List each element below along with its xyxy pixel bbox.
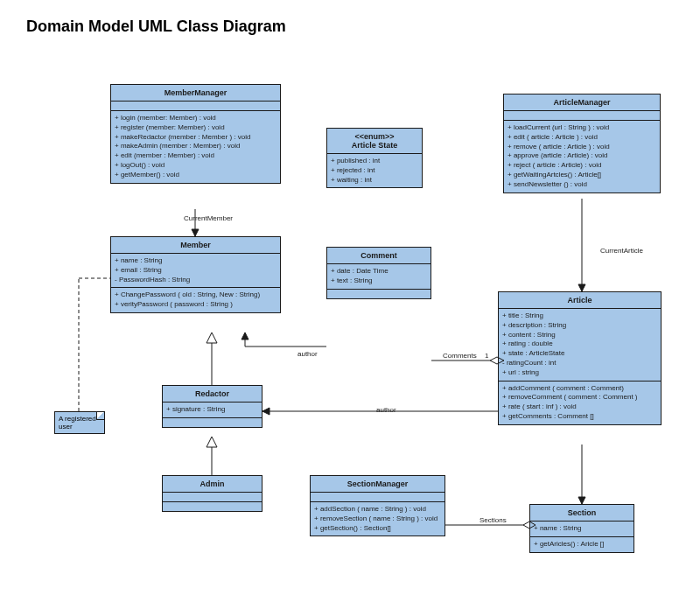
class-article-manager: ArticleManager + loadCurrent (url : Stri… (503, 94, 661, 193)
class-name: Section (530, 505, 634, 522)
class-name: <<enum>> Article State (327, 129, 422, 154)
label-current-member: CurrentMember (184, 214, 233, 222)
diagram-title: Domain Model UML Class Diagram (26, 18, 286, 36)
class-name: Admin (163, 476, 262, 493)
svg-marker-6 (242, 332, 248, 340)
class-comment: Comment + date : Date Time + text : Stri… (326, 247, 431, 299)
class-name: MemberManager (111, 85, 280, 102)
label-sections: Sections (480, 516, 507, 524)
class-article: Article + title : String + description :… (498, 291, 662, 425)
label-author: author (376, 406, 396, 414)
class-member: Member + name : String + email : String … (110, 236, 281, 313)
class-section-manager: SectionManager + addSection ( name : Str… (310, 475, 445, 536)
label-comments-multiplicity: 1 (485, 352, 488, 360)
note-registered-user: A registered user (54, 411, 105, 434)
class-redactor: Redactor + signature : String (162, 385, 262, 428)
svg-marker-5 (206, 332, 217, 343)
class-member-manager: MemberManager + login (member: Member) :… (110, 84, 281, 184)
class-name: Comment (327, 248, 430, 264)
class-name: Redactor (163, 386, 262, 402)
label-comments: Comments (443, 352, 478, 360)
svg-marker-11 (262, 408, 270, 415)
class-article-state: <<enum>> Article State + published : int… (326, 128, 423, 188)
label-author: author (298, 350, 318, 358)
svg-marker-9 (206, 437, 217, 447)
svg-marker-13 (578, 497, 585, 504)
label-current-article: CurrentArticle (600, 247, 643, 255)
class-name: Article (499, 292, 661, 309)
class-admin: Admin (162, 475, 262, 512)
class-section: Section + name : String + getAricles() :… (529, 504, 634, 553)
svg-marker-1 (192, 229, 199, 236)
class-name: Member (111, 237, 280, 254)
class-name: SectionManager (311, 476, 444, 493)
class-name: ArticleManager (504, 94, 660, 111)
svg-marker-3 (578, 284, 585, 291)
